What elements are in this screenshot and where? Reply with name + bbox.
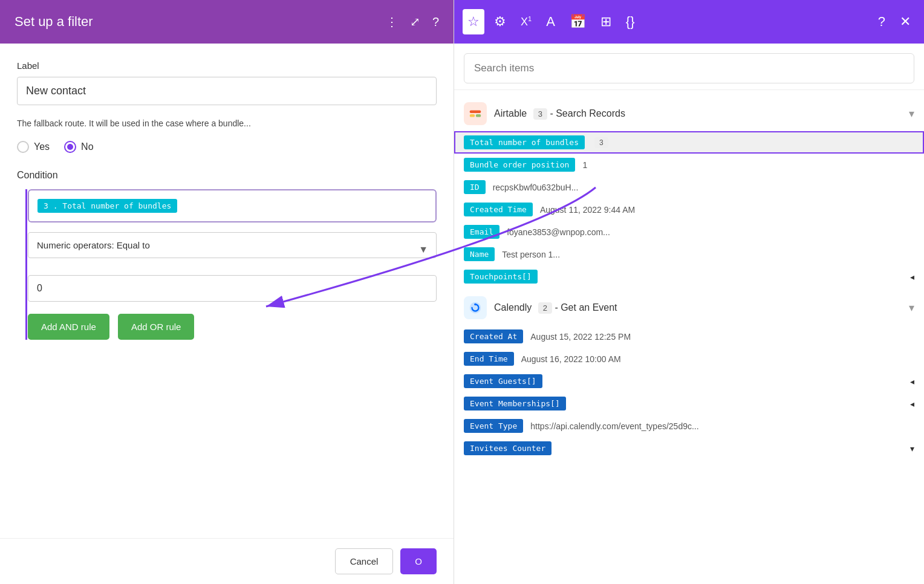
item-end-time[interactable]: End Time August 16, 2022 10:00 AM	[454, 348, 924, 370]
label-input[interactable]	[17, 77, 437, 105]
description-text: The fallback route. It will be used in t…	[17, 117, 437, 130]
event-type-tag: Event Type	[464, 419, 523, 433]
svg-rect-1	[470, 114, 475, 117]
touchpoints-tag: Touchpoints[]	[464, 270, 538, 284]
touchpoints-arrow-icon: ◂	[910, 272, 914, 282]
event-memberships-tag: Event Memberships[]	[464, 397, 566, 410]
svg-point-4	[474, 303, 477, 306]
item-event-guests[interactable]: Event Guests[] ◂	[454, 370, 924, 392]
item-email[interactable]: Email foyane3853@wnpop.com...	[454, 221, 924, 243]
cancel-button[interactable]: Cancel	[335, 548, 394, 574]
bundle-order-tag: Bundle order position	[464, 158, 575, 172]
gear-icon[interactable]: ⚙	[489, 9, 511, 34]
calendly-icon	[464, 296, 487, 319]
item-created-at[interactable]: Created At August 15, 2022 12:25 PM	[454, 325, 924, 348]
airtable-section: Airtable 3 - Search Records ▾ Total numb…	[454, 96, 924, 288]
total-bundles-badge: 3	[594, 137, 608, 148]
close-icon[interactable]: ✕	[895, 9, 916, 34]
items-list: Airtable 3 - Search Records ▾ Total numb…	[454, 90, 924, 584]
airtable-icon	[464, 102, 487, 125]
invitees-counter-dropdown-icon: ▾	[910, 444, 914, 453]
value-input[interactable]	[28, 275, 437, 302]
right-header: ☆ ⚙ X1 A 📅 ⊞ {} ? ✕	[454, 0, 924, 44]
calendar-icon[interactable]: 📅	[565, 9, 591, 34]
calendly-section: Calendly 2 - Get an Event ▾ Created At A…	[454, 290, 924, 459]
radio-group: Yes No	[17, 141, 437, 153]
help-icon[interactable]: ?	[432, 15, 439, 29]
radio-yes[interactable]: Yes	[17, 141, 50, 153]
created-time-tag: Created Time	[464, 203, 533, 216]
header-icons: ⋮ ⤢ ?	[386, 15, 439, 29]
airtable-name: Airtable 3 - Search Records	[494, 108, 902, 119]
add-or-rule-button[interactable]: Add OR rule	[118, 314, 195, 340]
star-icon[interactable]: ☆	[463, 9, 484, 34]
airtable-chevron-icon[interactable]: ▾	[909, 107, 914, 120]
condition-box[interactable]: 3 . Total number of bundles	[28, 189, 437, 222]
item-bundle-order[interactable]: Bundle order position 1	[454, 154, 924, 176]
left-panel: Set up a filter ⋮ ⤢ ? Label The fallback…	[0, 0, 454, 584]
invitees-counter-tag: Invitees Counter	[464, 441, 551, 455]
svg-rect-2	[476, 114, 481, 117]
item-total-bundles[interactable]: Total number of bundles 3	[454, 131, 924, 154]
total-bundles-tag: Total number of bundles	[464, 135, 585, 149]
confirm-button[interactable]: O	[400, 548, 437, 574]
end-time-tag: End Time	[464, 352, 514, 366]
event-memberships-arrow-icon: ◂	[910, 399, 914, 409]
more-icon[interactable]: ⋮	[386, 15, 398, 29]
left-header: Set up a filter ⋮ ⤢ ?	[0, 0, 454, 44]
help-icon-right[interactable]: ?	[873, 9, 890, 34]
radio-no[interactable]: No	[64, 141, 93, 153]
bottom-actions: Cancel O	[0, 538, 454, 584]
search-input[interactable]	[464, 53, 914, 83]
right-panel: ☆ ⚙ X1 A 📅 ⊞ {} ? ✕ Airtable	[454, 0, 924, 584]
condition-tag: 3 . Total number of bundles	[37, 199, 177, 213]
item-id[interactable]: ID recpsKbwf0u632buH...	[454, 176, 924, 198]
radio-yes-circle[interactable]	[17, 141, 29, 153]
email-tag: Email	[464, 225, 499, 239]
item-created-time[interactable]: Created Time August 11, 2022 9:44 AM	[454, 198, 924, 221]
dialog-title: Set up a filter	[15, 14, 93, 30]
condition-divider	[25, 189, 27, 340]
table-icon[interactable]: ⊞	[596, 9, 616, 34]
radio-no-label: No	[81, 141, 93, 152]
calendly-badge: 2	[538, 302, 552, 314]
label-field-label: Label	[17, 60, 437, 71]
code-icon[interactable]: {}	[621, 9, 640, 34]
item-name[interactable]: Name Test person 1...	[454, 243, 924, 265]
item-invitees-counter[interactable]: Invitees Counter ▾	[454, 437, 924, 459]
svg-rect-0	[470, 111, 481, 114]
item-touchpoints[interactable]: Touchpoints[] ◂	[454, 265, 924, 288]
calendly-name: Calendly 2 - Get an Event	[494, 302, 902, 313]
button-row: Add AND rule Add OR rule	[28, 314, 437, 340]
search-container	[454, 44, 924, 90]
expand-icon[interactable]: ⤢	[410, 15, 420, 29]
id-tag: ID	[464, 180, 486, 194]
event-guests-arrow-icon: ◂	[910, 377, 914, 386]
operator-wrapper: Numeric operators: Equal to ▼	[28, 232, 437, 267]
item-event-memberships[interactable]: Event Memberships[] ◂	[454, 392, 924, 415]
operator-select[interactable]: Numeric operators: Equal to	[28, 232, 437, 258]
radio-yes-label: Yes	[34, 141, 50, 152]
created-at-tag: Created At	[464, 329, 523, 343]
name-tag: Name	[464, 247, 495, 261]
text-icon[interactable]: A	[541, 9, 560, 34]
airtable-header[interactable]: Airtable 3 - Search Records ▾	[454, 96, 924, 131]
airtable-badge: 3	[533, 108, 547, 120]
condition-section-label: Condition	[17, 170, 437, 181]
item-event-type[interactable]: Event Type https://api.calendly.com/even…	[454, 415, 924, 437]
calendly-header[interactable]: Calendly 2 - Get an Event ▾	[454, 290, 924, 325]
left-body: Label The fallback route. It will be use…	[0, 44, 454, 538]
radio-no-circle[interactable]	[64, 141, 76, 153]
superscript-icon[interactable]: X1	[516, 10, 536, 33]
add-and-rule-button[interactable]: Add AND rule	[28, 314, 109, 340]
event-guests-tag: Event Guests[]	[464, 374, 542, 388]
calendly-chevron-icon[interactable]: ▾	[909, 301, 914, 314]
